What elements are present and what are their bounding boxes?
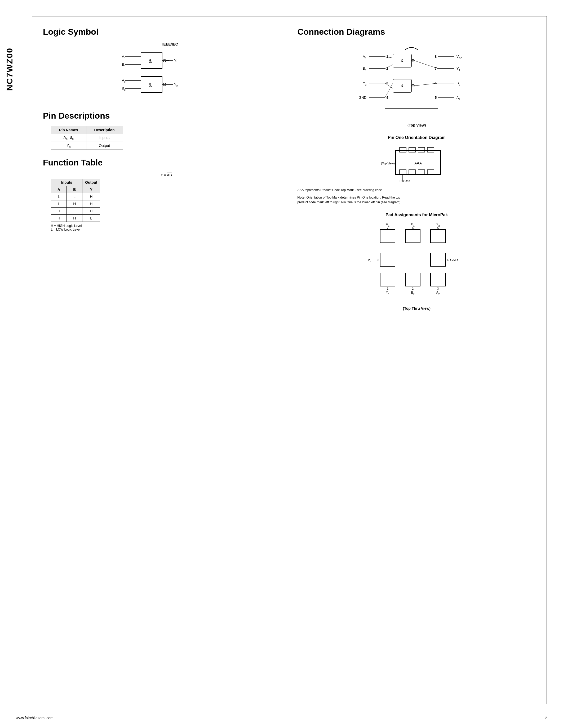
cell-y: L xyxy=(82,214,100,222)
table-row: An, Bn Inputs xyxy=(51,134,123,142)
svg-text:8: 8 xyxy=(435,55,437,59)
table-row: L H H xyxy=(51,200,100,207)
svg-text:AAA: AAA xyxy=(414,161,422,165)
svg-text:&: & xyxy=(149,82,152,88)
connection-diagrams-title: Connection Diagrams xyxy=(298,27,536,37)
description-header: Description xyxy=(86,126,123,134)
pin-orientation-svg: AAA (Top View) Pin One xyxy=(374,143,459,185)
svg-text:4: 4 xyxy=(386,96,389,100)
svg-rect-61 xyxy=(409,147,416,152)
svg-text:1: 1 xyxy=(386,55,388,59)
svg-text:&: & xyxy=(149,59,152,64)
logic-symbol-section: Logic Symbol IEEE/IEC & A1 B xyxy=(43,27,282,100)
cell-a: H xyxy=(51,207,67,214)
cell-a: L xyxy=(51,193,67,200)
svg-text:2: 2 xyxy=(412,287,414,290)
footer: www.fairchildsemi.com 2 xyxy=(0,716,563,720)
pin-descriptions-section: Pin Descriptions Pin Names Description A… xyxy=(43,111,282,150)
main-content: Logic Symbol IEEE/IEC & A1 B xyxy=(32,16,547,704)
legend-h: H = HIGH Logic Level xyxy=(51,224,282,228)
svg-rect-79 xyxy=(405,230,420,243)
svg-text:B1: B1 xyxy=(363,66,367,71)
svg-rect-84 xyxy=(431,253,445,266)
cell-b: H xyxy=(67,214,82,222)
table-row: Yn Output xyxy=(51,142,123,150)
svg-text:Y2: Y2 xyxy=(363,81,367,86)
cell-y: H xyxy=(82,207,100,214)
svg-rect-60 xyxy=(400,147,406,152)
svg-text:B1: B1 xyxy=(122,62,126,68)
svg-rect-87 xyxy=(380,273,395,286)
top-view-svg: A1 1 B1 2 Y2 3 GND 4 xyxy=(353,42,480,122)
svg-text:Y1: Y1 xyxy=(174,59,178,64)
svg-rect-78 xyxy=(380,230,395,243)
svg-text:A1: A1 xyxy=(122,55,126,60)
svg-text:B2: B2 xyxy=(457,81,460,86)
svg-rect-83 xyxy=(380,253,395,266)
footer-url: www.fairchildsemi.com xyxy=(16,716,53,720)
pin-name-cell: An, Bn xyxy=(51,134,86,142)
svg-line-55 xyxy=(385,83,393,98)
svg-text:VCC: VCC xyxy=(368,258,374,263)
svg-text:&: & xyxy=(401,59,404,63)
top-view-label: (Top View) xyxy=(298,123,536,127)
function-table-title: Function Table xyxy=(43,158,282,168)
svg-text:B2: B2 xyxy=(411,290,415,295)
svg-text:5: 5 xyxy=(437,226,439,230)
logic-symbol-title: Logic Symbol xyxy=(43,27,282,37)
ieee-label: IEEE/IEC xyxy=(59,42,282,46)
cell-a: H xyxy=(51,214,67,222)
svg-rect-89 xyxy=(431,273,445,286)
table-row: H L H xyxy=(51,207,100,214)
cell-y: H xyxy=(82,193,100,200)
output-header: Output xyxy=(82,179,100,186)
col-a-header: A xyxy=(51,186,67,193)
pin-table: Pin Names Description An, Bn Inputs Yn xyxy=(51,126,123,150)
svg-text:(Top View): (Top View) xyxy=(381,162,395,165)
svg-text:5: 5 xyxy=(435,96,437,100)
svg-text:1: 1 xyxy=(387,287,389,290)
cell-b: H xyxy=(67,200,82,207)
svg-text:Y1: Y1 xyxy=(386,290,390,295)
svg-text:Pin One: Pin One xyxy=(400,179,410,182)
two-column-layout: Logic Symbol IEEE/IEC & A1 B xyxy=(43,27,536,316)
right-column: Connection Diagrams A1 1 xyxy=(298,27,536,316)
function-equation: Y = AB xyxy=(51,173,282,177)
svg-text:A2: A2 xyxy=(436,290,440,295)
svg-text:6: 6 xyxy=(435,81,437,85)
svg-line-54 xyxy=(414,61,438,69)
svg-text:GND: GND xyxy=(359,96,367,100)
top-thru-view-label: (Top Thru View) xyxy=(298,306,536,311)
svg-line-56 xyxy=(385,83,393,88)
table-row: L L H xyxy=(51,193,100,200)
svg-rect-88 xyxy=(405,273,420,286)
svg-rect-66 xyxy=(418,170,425,174)
pin-desc-cell: Output xyxy=(86,142,123,150)
svg-rect-67 xyxy=(427,170,434,174)
pad-assign-title: Pad Assignments for MicroPak xyxy=(298,213,536,217)
svg-text:6: 6 xyxy=(412,226,414,230)
svg-text:Y1: Y1 xyxy=(457,66,460,71)
svg-text:3: 3 xyxy=(386,81,388,85)
pin-name-cell: Yn xyxy=(51,142,86,150)
svg-rect-63 xyxy=(427,147,434,152)
svg-rect-62 xyxy=(418,147,425,152)
orientation-note: Note: Orientation of Top Mark determines… xyxy=(298,195,409,205)
svg-text:VCC: VCC xyxy=(457,55,462,60)
col-y-header: Y xyxy=(82,186,100,193)
cell-y: H xyxy=(82,200,100,207)
svg-text:Y2: Y2 xyxy=(174,82,178,87)
footer-page: 2 xyxy=(545,716,547,720)
logic-symbol-svg: & A1 B1 Y1 & xyxy=(117,47,207,100)
pin-desc-title: Pin Descriptions xyxy=(43,111,282,121)
svg-text:7: 7 xyxy=(387,226,389,230)
table-row: H H L xyxy=(51,214,100,222)
side-label: NC7WZ00 xyxy=(5,48,15,91)
svg-text:7: 7 xyxy=(435,66,437,70)
svg-rect-64 xyxy=(400,170,406,174)
page: NC7WZ00 Logic Symbol IEEE/IEC & xyxy=(0,0,563,728)
svg-text:8: 8 xyxy=(378,258,379,262)
function-table-section: Function Table Y = AB Inputs Output A xyxy=(43,158,282,231)
svg-text:&: & xyxy=(401,84,404,88)
inputs-header: Inputs xyxy=(51,179,82,186)
